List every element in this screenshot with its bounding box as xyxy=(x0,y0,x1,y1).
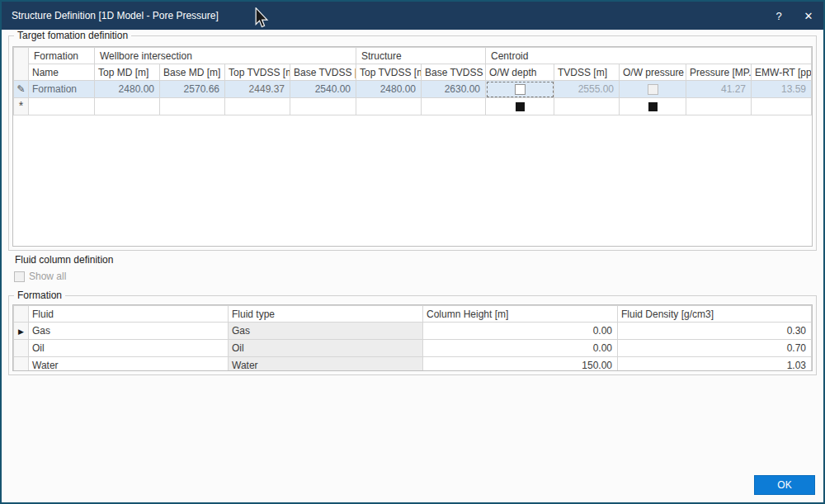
column-header-base-md[interactable]: Base MD [m] xyxy=(160,64,225,81)
show-all-checkbox[interactable] xyxy=(14,271,25,282)
column-header-pressure[interactable]: Pressure [MP... xyxy=(686,64,752,81)
cell-gas-fluid-density[interactable]: 0.30 xyxy=(618,323,812,340)
fluid-grid: Fluid Fluid type Column Height [m] Fluid… xyxy=(12,304,813,371)
group-header-structure[interactable]: Structure xyxy=(356,48,486,64)
cell-base-tvdss-wellbore[interactable]: 2540.00 xyxy=(290,81,356,98)
cell-gas-fluid-type[interactable]: Gas xyxy=(229,323,423,340)
column-header-ow-pressure[interactable]: O/W pressure xyxy=(620,64,686,81)
column-header-base-tvdss-structure[interactable]: Base TVDSS ... xyxy=(422,64,486,81)
show-all-label: Show all xyxy=(29,271,66,282)
cell-gas-column-height[interactable]: 0.00 xyxy=(423,323,618,340)
cell-oil-fluid-density[interactable]: 0.70 xyxy=(618,340,812,357)
new-cell-top-tvdss-structure[interactable] xyxy=(356,98,422,115)
cell-water-column-height[interactable]: 150.00 xyxy=(423,357,618,372)
target-row-formation: ✎ Formation 2480.00 2570.66 2449.37 2540… xyxy=(14,81,812,98)
column-header-emw-rt[interactable]: EMW-RT [ppg] xyxy=(752,64,812,81)
cell-water-fluid[interactable]: Water xyxy=(29,357,229,372)
formation-groupbox: Formation Fluid Fluid type Column Height… xyxy=(8,295,817,375)
column-header-tvdss-centroid[interactable]: TVDSS [m] xyxy=(554,64,620,81)
close-button[interactable]: ✕ xyxy=(794,2,823,30)
current-row-arrow-icon: ▶ xyxy=(18,327,24,336)
new-cell-top-tvdss-wellbore[interactable] xyxy=(225,98,290,115)
ow-pressure-indeterminate-checkbox[interactable] xyxy=(648,102,658,111)
cell-ow-pressure-checkbox[interactable] xyxy=(620,81,686,98)
group-header-row: Formation Wellbore intersection Structur… xyxy=(14,48,812,64)
target-formation-groupbox-label: Target fomation definition xyxy=(14,30,131,41)
new-cell-ow-depth[interactable] xyxy=(486,98,554,115)
cell-emw-rt[interactable]: 13.59 xyxy=(752,81,812,98)
cell-oil-column-height[interactable]: 0.00 xyxy=(423,340,618,357)
column-header-top-tvdss-wellbore[interactable]: Top TVDSS [m] xyxy=(225,64,290,81)
fluid-row-water: Water Water 150.00 1.03 xyxy=(14,357,812,372)
fluid-row-selector[interactable] xyxy=(14,357,29,372)
new-cell-centroid-tvdss[interactable] xyxy=(554,98,620,115)
titlebar: Structure Definition [1D Model - Pore Pr… xyxy=(2,2,823,30)
select-all-corner[interactable] xyxy=(14,48,29,81)
target-formation-table: Formation Wellbore intersection Structur… xyxy=(13,47,812,115)
column-header-row: Name Top MD [m] Base MD [m] Top TVDSS [m… xyxy=(14,64,812,81)
target-formation-grid: Formation Wellbore intersection Structur… xyxy=(12,46,813,247)
new-cell-base-md[interactable] xyxy=(160,98,225,115)
cell-top-tvdss-wellbore[interactable]: 2449.37 xyxy=(225,81,290,98)
column-header-top-md[interactable]: Top MD [m] xyxy=(95,64,160,81)
cell-base-tvdss-structure[interactable]: 2630.00 xyxy=(422,81,486,98)
group-header-formation[interactable]: Formation xyxy=(29,48,95,64)
fluid-select-all-corner[interactable] xyxy=(14,306,29,323)
cell-gas-fluid[interactable]: Gas xyxy=(29,323,229,340)
fluid-row-selector[interactable] xyxy=(14,340,29,357)
cell-water-fluid-density[interactable]: 1.03 xyxy=(618,357,812,372)
help-button[interactable]: ? xyxy=(764,2,794,30)
new-cell-top-md[interactable] xyxy=(95,98,160,115)
cell-base-md[interactable]: 2570.66 xyxy=(160,81,225,98)
cell-water-fluid-type[interactable]: Water xyxy=(229,357,423,372)
window-title: Structure Definition [1D Model - Pore Pr… xyxy=(12,10,219,21)
ow-pressure-checkbox[interactable] xyxy=(648,84,658,95)
column-header-top-tvdss-structure[interactable]: Top TVDSS [m] xyxy=(356,64,422,81)
fluid-row-selector-current[interactable]: ▶ xyxy=(14,323,29,340)
dialog-window: Structure Definition [1D Model - Pore Pr… xyxy=(0,0,825,504)
ow-depth-checkbox[interactable] xyxy=(515,84,526,95)
column-header-fluid[interactable]: Fluid xyxy=(29,306,229,323)
row-selector-edit[interactable]: ✎ xyxy=(14,81,29,98)
group-header-centroid[interactable]: Centroid xyxy=(486,48,812,64)
ow-depth-indeterminate-checkbox[interactable] xyxy=(516,102,525,111)
new-cell-pressure[interactable] xyxy=(686,98,752,115)
new-cell-base-tvdss-wellbore[interactable] xyxy=(290,98,356,115)
new-row-star-icon: * xyxy=(19,99,23,112)
column-header-fluid-type[interactable]: Fluid type xyxy=(229,306,423,323)
titlebar-buttons: ? ✕ xyxy=(764,2,823,30)
fluid-row-oil: Oil Oil 0.00 0.70 xyxy=(14,340,812,357)
new-cell-emw-rt[interactable] xyxy=(752,98,812,115)
new-cell-ow-pressure[interactable] xyxy=(620,98,686,115)
column-header-base-tvdss-wellbore[interactable]: Base TVDSS [... xyxy=(290,64,356,81)
cell-top-md[interactable]: 2480.00 xyxy=(95,81,160,98)
show-all-option: Show all xyxy=(14,271,66,282)
new-cell-name[interactable] xyxy=(29,98,95,115)
new-cell-base-tvdss-structure[interactable] xyxy=(422,98,486,115)
target-new-row: * xyxy=(14,98,812,115)
fluid-column-definition-label: Fluid column definition xyxy=(15,254,113,266)
cell-centroid-tvdss[interactable]: 2555.00 xyxy=(554,81,620,98)
cell-top-tvdss-structure[interactable]: 2480.00 xyxy=(356,81,422,98)
formation-groupbox-label: Formation xyxy=(14,290,65,301)
group-header-wellbore-intersection[interactable]: Wellbore intersection xyxy=(95,48,356,64)
cell-name[interactable]: Formation xyxy=(29,81,95,98)
target-formation-groupbox: Target fomation definition Formation Wel… xyxy=(8,35,817,251)
fluid-header-row: Fluid Fluid type Column Height [m] Fluid… xyxy=(14,306,812,323)
column-header-name[interactable]: Name xyxy=(29,64,95,81)
cell-pressure[interactable]: 41.27 xyxy=(686,81,752,98)
edit-pencil-icon: ✎ xyxy=(16,83,25,95)
cell-ow-depth-checkbox[interactable] xyxy=(486,81,554,98)
column-header-fluid-density[interactable]: Fluid Density [g/cm3] xyxy=(618,306,812,323)
fluid-table: Fluid Fluid type Column Height [m] Fluid… xyxy=(13,305,812,371)
fluid-row-gas: ▶ Gas Gas 0.00 0.30 xyxy=(14,323,812,340)
cell-oil-fluid[interactable]: Oil xyxy=(29,340,229,357)
column-header-ow-depth[interactable]: O/W depth xyxy=(486,64,554,81)
column-header-column-height[interactable]: Column Height [m] xyxy=(423,306,618,323)
cell-oil-fluid-type[interactable]: Oil xyxy=(229,340,423,357)
row-selector-new[interactable]: * xyxy=(14,98,29,115)
ok-button[interactable]: OK xyxy=(754,475,815,495)
